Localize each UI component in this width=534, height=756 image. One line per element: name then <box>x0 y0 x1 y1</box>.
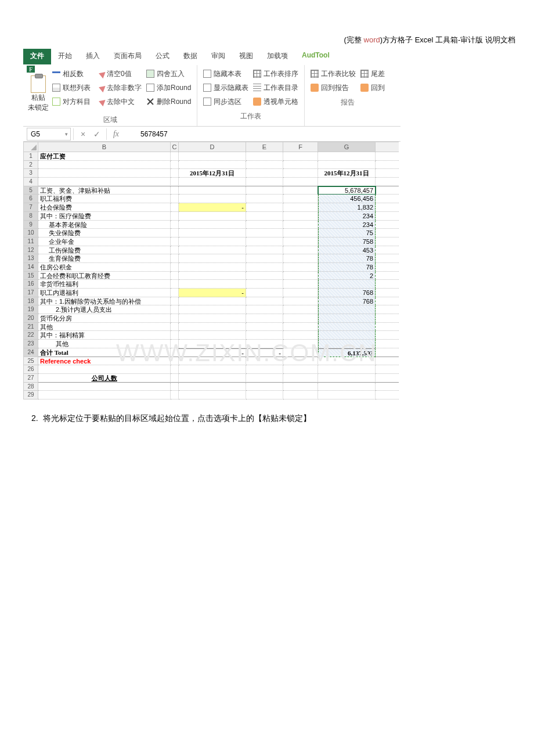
cell[interactable]: 2015年12月31日 <box>318 169 376 178</box>
col-header[interactable]: D <box>179 142 246 152</box>
cell[interactable]: 货币化分房 <box>38 314 171 323</box>
cell[interactable]: 其他 <box>38 340 171 348</box>
cell[interactable]: - <box>246 348 283 357</box>
btn-counter-subject[interactable]: 对方科目 <box>52 95 91 108</box>
tab-start[interactable]: 开始 <box>51 49 79 64</box>
row-header[interactable]: 2 <box>23 161 38 170</box>
row-header[interactable]: 16 <box>23 280 38 289</box>
btn-sync-sel[interactable]: 同步选区 <box>203 95 248 108</box>
btn-sheet-toc[interactable]: 工作表目录 <box>253 81 298 94</box>
btn-add-round[interactable]: 添加Round <box>146 81 191 94</box>
row-header[interactable]: 28 <box>23 383 38 391</box>
cell[interactable]: 758 <box>318 237 376 246</box>
cell[interactable]: 企业年金 <box>38 237 171 246</box>
col-header[interactable] <box>376 142 399 152</box>
cell[interactable]: 78 <box>318 254 376 263</box>
tab-audtool[interactable]: AudTool <box>295 49 337 64</box>
cell-active[interactable]: 5,678,457 <box>318 186 376 195</box>
row-header[interactable]: 26 <box>23 365 38 374</box>
cell[interactable]: 75 <box>318 229 376 237</box>
cell[interactable]: 78 <box>318 263 376 272</box>
col-header[interactable]: G <box>318 142 376 152</box>
cell[interactable]: 456,456 <box>318 195 376 203</box>
select-all-corner[interactable] <box>23 142 38 152</box>
btn-tail-diff[interactable]: 尾差 <box>360 67 385 80</box>
btn-sheet-sort[interactable]: 工作表排序 <box>253 67 298 80</box>
paste-button[interactable]: 粘贴未锁定 <box>28 93 49 113</box>
cell[interactable]: 基本养老保险 <box>38 221 171 229</box>
cell[interactable]: 2 <box>318 272 376 280</box>
name-box[interactable]: G5 <box>27 128 71 141</box>
cell[interactable]: 6,137,593 <box>318 348 376 357</box>
cell[interactable]: 其中：1.因解除劳动关系给与的补偿 <box>38 297 171 306</box>
row-header[interactable]: 19 <box>23 305 38 314</box>
col-header[interactable]: F <box>283 142 318 152</box>
tab-layout[interactable]: 页面布局 <box>107 49 149 64</box>
cell[interactable]: 其中：医疗保险费 <box>38 212 171 221</box>
row-header[interactable]: 20 <box>23 314 38 323</box>
tab-insert[interactable]: 插入 <box>79 49 107 64</box>
row-header[interactable]: 24 <box>23 348 38 357</box>
cell[interactable]: 768 <box>318 289 376 297</box>
btn-pivot-cell[interactable]: 透视单元格 <box>253 95 298 108</box>
cell[interactable]: 失业保险费 <box>38 229 171 237</box>
grid-body[interactable]: 应付工资 2015年12月31日2015年12月31日 工资、奖金、津贴和补贴5… <box>38 152 400 399</box>
tab-file[interactable]: 文件 <box>23 49 51 64</box>
btn-compare-sheet[interactable]: 工作表比较 <box>311 67 356 80</box>
cell[interactable]: 其他 <box>38 323 171 332</box>
btn-opposite[interactable]: 相反数 <box>52 67 91 80</box>
col-header[interactable]: B <box>38 142 171 152</box>
cell[interactable]: - <box>179 348 246 357</box>
col-header[interactable]: C <box>171 142 179 152</box>
cell[interactable]: 社会保险费 <box>38 203 171 212</box>
cell[interactable]: 公司人数 <box>38 374 171 383</box>
row-header[interactable]: 25 <box>23 357 38 366</box>
cell[interactable]: 768 <box>318 297 376 306</box>
cell[interactable]: - <box>179 203 246 212</box>
cell[interactable]: 234 <box>318 212 376 221</box>
row-header[interactable]: 9 <box>23 221 38 229</box>
cell[interactable]: 住房公积金 <box>38 263 171 272</box>
cancel-btn[interactable]: × <box>76 129 90 139</box>
cell[interactable]: 职工福利费 <box>38 195 171 203</box>
cell[interactable]: 2.预计内退人员支出 <box>38 305 171 314</box>
cell[interactable]: 工伤保险费 <box>38 246 171 255</box>
btn-clear-zero[interactable]: 清空0值 <box>95 67 142 80</box>
row-header[interactable]: 21 <box>23 323 38 332</box>
cell[interactable]: 453 <box>318 246 376 255</box>
cell[interactable]: 应付工资 <box>38 152 171 161</box>
cell[interactable]: 非货币性福利 <box>38 280 171 289</box>
tab-data[interactable]: 数据 <box>176 49 204 64</box>
cell[interactable]: 2015年12月31日 <box>179 169 246 178</box>
btn-hide-sheet[interactable]: 隐藏本表 <box>203 67 248 80</box>
row-header[interactable]: 8 <box>23 212 38 221</box>
cell[interactable]: Reference check <box>38 357 171 366</box>
row-header[interactable]: 3 <box>23 169 38 178</box>
cell[interactable]: 工会经费和职工教育经费 <box>38 272 171 280</box>
row-header[interactable]: 14 <box>23 263 38 272</box>
cell[interactable]: - <box>179 289 246 297</box>
btn-del-round[interactable]: 删除Round <box>146 95 191 108</box>
btn-back[interactable]: 回到 <box>360 81 385 94</box>
row-header[interactable]: 12 <box>23 246 38 255</box>
row-header[interactable]: 27 <box>23 374 38 383</box>
confirm-btn[interactable]: ✓ <box>90 129 104 139</box>
row-header[interactable]: 4 <box>23 178 38 186</box>
cell[interactable]: 合计 Total <box>38 348 171 357</box>
btn-assoc-list[interactable]: 联想列表 <box>52 81 91 94</box>
row-header[interactable]: 29 <box>23 391 38 399</box>
tab-review[interactable]: 审阅 <box>204 49 232 64</box>
row-header[interactable]: 11 <box>23 237 38 246</box>
row-header[interactable]: 17 <box>23 289 38 297</box>
formula-value[interactable]: 5678457 <box>123 130 168 138</box>
row-header[interactable]: 22 <box>23 331 38 340</box>
row-header[interactable]: 23 <box>23 340 38 348</box>
row-header[interactable]: 6 <box>23 195 38 203</box>
btn-remove-chinese[interactable]: 去除中文 <box>95 95 142 108</box>
btn-round[interactable]: 四舍五入 <box>146 67 191 80</box>
cell[interactable]: 其中：福利精算 <box>38 331 171 340</box>
row-header[interactable]: 7 <box>23 203 38 212</box>
row-header[interactable]: 13 <box>23 254 38 263</box>
tab-addin[interactable]: 加载项 <box>260 49 295 64</box>
row-header[interactable]: 1 <box>23 152 38 161</box>
